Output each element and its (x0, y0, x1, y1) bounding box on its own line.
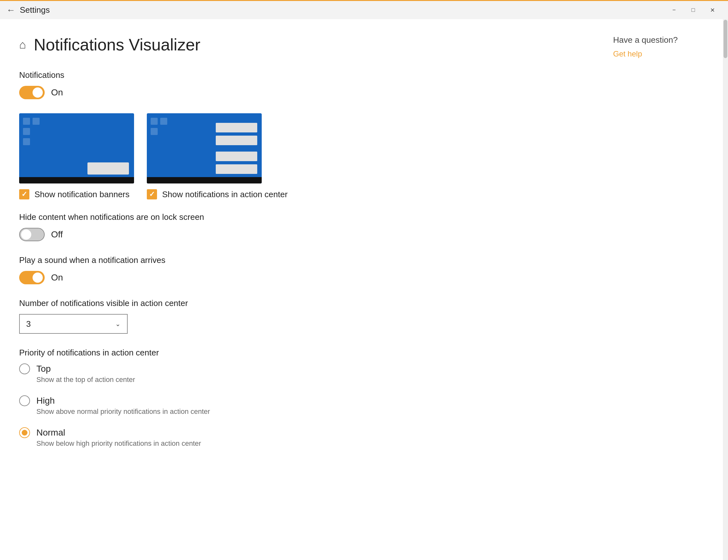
banner-preview-item: ✓ Show notification banners (19, 113, 134, 199)
priority-label: Priority of notifications in action cent… (19, 348, 581, 358)
play-sound-toggle-row: On (19, 271, 581, 284)
desktop-icon (23, 138, 30, 145)
priority-top-row[interactable]: Top (19, 363, 581, 374)
notification-count-dropdown[interactable]: 3 ⌄ (19, 314, 128, 334)
priority-radio-group: Top Show at the top of action center Hig… (19, 363, 581, 448)
main-container: ⌂ Notifications Visualizer Notifications… (0, 19, 728, 560)
banner-checkbox-label: Show notification banners (34, 190, 130, 199)
notifications-toggle[interactable] (19, 86, 45, 99)
hide-content-label: Hide content when notifications are on l… (19, 212, 581, 222)
action-center-preview-image (147, 113, 262, 183)
priority-top-item: Top Show at the top of action center (19, 363, 581, 384)
icon-row-1 (23, 118, 40, 125)
action-center-checkbox-row: ✓ Show notifications in action center (147, 189, 288, 199)
icon-row-3 (23, 138, 40, 145)
notifications-label: Notifications (19, 70, 581, 80)
back-button[interactable]: ← (6, 5, 15, 15)
action-notif-4 (216, 164, 257, 174)
action-notif-2 (216, 136, 257, 145)
hide-content-section: Hide content when notifications are on l… (19, 212, 581, 241)
play-sound-toggle-label: On (51, 273, 63, 283)
priority-normal-radio[interactable] (19, 427, 30, 438)
titlebar-controls: − □ ✕ (665, 4, 722, 17)
priority-normal-item: Normal Show below high priority notifica… (19, 427, 581, 448)
titlebar-left: ← Settings (6, 5, 50, 15)
desktop-icon (23, 118, 30, 125)
priority-top-desc: Show at the top of action center (19, 376, 581, 384)
action-center-checkbox-label: Show notifications in action center (162, 190, 288, 199)
taskbar-preview (147, 177, 262, 183)
priority-normal-desc: Show below high priority notifications i… (19, 439, 581, 448)
hide-content-toggle-row: Off (19, 228, 581, 241)
action-center-preview-item: ✓ Show notifications in action center (147, 113, 288, 199)
toggle-thumb-on (33, 273, 43, 283)
toggle-thumb-off (21, 229, 31, 240)
notification-count-label: Number of notifications visible in actio… (19, 298, 581, 308)
notifications-toggle-row: On (19, 86, 581, 99)
notification-count-section: Number of notifications visible in actio… (19, 298, 581, 334)
taskbar-preview (19, 177, 134, 183)
radio-selected-indicator (22, 430, 27, 436)
chevron-down-icon: ⌄ (115, 320, 121, 328)
icon-row-2 (23, 128, 40, 135)
play-sound-section: Play a sound when a notification arrives… (19, 255, 581, 284)
priority-top-label: Top (36, 364, 51, 374)
priority-high-desc: Show above normal priority notifications… (19, 407, 581, 416)
priority-normal-row[interactable]: Normal (19, 427, 581, 438)
hide-content-toggle-label: Off (51, 229, 63, 240)
desktop-icons-left (23, 118, 40, 145)
desktop-icon (23, 128, 30, 135)
notifications-section: Notifications On (19, 70, 581, 99)
desktop-icon (151, 118, 158, 125)
priority-top-radio[interactable] (19, 363, 30, 374)
banner-preview-image (19, 113, 134, 183)
page-title: Notifications Visualizer (34, 35, 200, 54)
priority-high-item: High Show above normal priority notifica… (19, 395, 581, 416)
banner-checkbox[interactable]: ✓ (19, 189, 29, 199)
priority-high-radio[interactable] (19, 395, 30, 406)
right-panel: Have a question? Get help (600, 19, 728, 560)
priority-high-label: High (36, 396, 55, 406)
content-area: ⌂ Notifications Visualizer Notifications… (0, 19, 600, 560)
icon-row-2 (151, 128, 167, 135)
action-notif-3 (216, 152, 257, 161)
banner-checkbox-row: ✓ Show notification banners (19, 189, 130, 199)
close-button[interactable]: ✕ (703, 4, 722, 17)
dropdown-value: 3 (26, 319, 31, 329)
get-help-link[interactable]: Get help (613, 49, 642, 58)
page-header: ⌂ Notifications Visualizer (19, 35, 581, 54)
toggle-thumb (33, 87, 43, 98)
checkbox-check-icon: ✓ (21, 190, 27, 198)
help-question: Have a question? (613, 35, 715, 45)
action-notif-1 (216, 123, 257, 132)
titlebar: ← Settings − □ ✕ (0, 0, 728, 19)
priority-normal-label: Normal (36, 428, 65, 438)
desktop-icon (151, 128, 158, 135)
home-icon[interactable]: ⌂ (19, 38, 26, 51)
play-sound-label: Play a sound when a notification arrives (19, 255, 581, 265)
desktop-icons-right (151, 118, 167, 135)
notifications-toggle-label: On (51, 87, 63, 98)
desktop-icon (160, 118, 167, 125)
scrollbar-track[interactable] (723, 19, 728, 560)
minimize-button[interactable]: − (665, 4, 683, 17)
priority-section: Priority of notifications in action cent… (19, 348, 581, 448)
titlebar-title: Settings (20, 5, 50, 15)
icon-row-1 (151, 118, 167, 125)
action-center-notifications (216, 123, 257, 174)
hide-content-toggle[interactable] (19, 228, 45, 241)
action-center-checkbox[interactable]: ✓ (147, 189, 157, 199)
play-sound-toggle[interactable] (19, 271, 45, 284)
scrollbar-thumb[interactable] (724, 20, 727, 58)
banner-notification (87, 162, 129, 175)
priority-high-row[interactable]: High (19, 395, 581, 406)
preview-row: ✓ Show notification banners (19, 113, 581, 199)
desktop-icon (33, 118, 40, 125)
checkbox-check-icon: ✓ (149, 190, 155, 198)
maximize-button[interactable]: □ (684, 4, 702, 17)
